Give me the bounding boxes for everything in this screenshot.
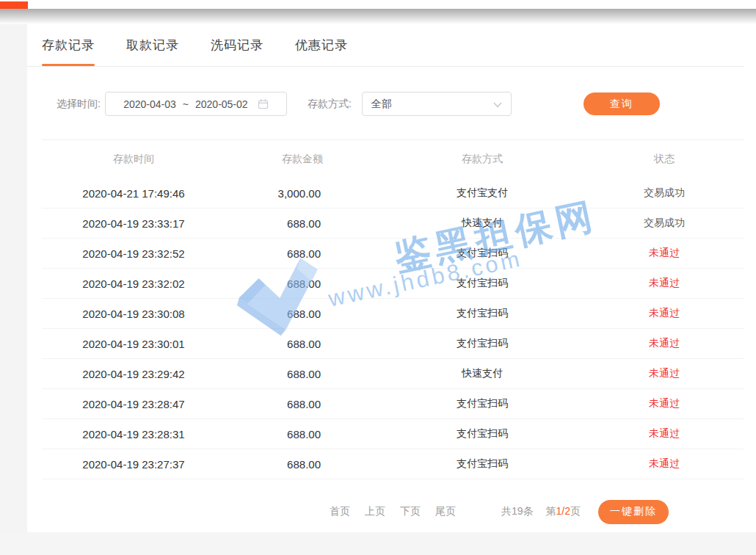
table-row: 2020-04-21 17:49:463,000.00支付宝支付交易成功 (42, 178, 744, 208)
table-body: 2020-04-21 17:49:463,000.00支付宝支付交易成功2020… (42, 178, 744, 479)
chevron-down-icon (493, 98, 502, 110)
cell-method: 支付宝扫码 (379, 337, 585, 350)
cell-time: 2020-04-19 23:33:17 (42, 217, 225, 230)
header-deposit-method: 存款方式 (379, 153, 585, 166)
cell-method: 支付宝扫码 (379, 247, 585, 260)
cell-method: 支付宝扫码 (379, 457, 585, 471)
header-deposit-amount: 存款金额 (225, 153, 379, 166)
cell-status: 未通过 (585, 367, 744, 380)
total-count: 共19条 (501, 505, 534, 518)
cell-time: 2020-04-19 23:30:01 (42, 338, 225, 350)
top-accent-bar (0, 1, 28, 9)
cell-method: 支付宝扫码 (379, 427, 585, 440)
table-header-row: 存款时间 存款金额 存款方式 状态 (42, 140, 744, 178)
page-suffix: 页 (570, 505, 581, 517)
cell-amount: 688.00 (225, 338, 379, 350)
table-row: 2020-04-19 23:28:47688.00支付宝扫码未通过 (42, 389, 744, 419)
cell-time: 2020-04-19 23:28:47 (42, 398, 225, 410)
records-panel: 存款记录取款记录洗码记录优惠记录 选择时间: 2020-04-03 ~ 2020… (27, 24, 744, 524)
cell-status: 未通过 (585, 397, 744, 410)
table-row: 2020-04-19 23:32:52688.00支付宝扫码未通过 (42, 239, 744, 269)
cell-method: 快速支付 (379, 217, 585, 230)
page-link-prev[interactable]: 上页 (365, 505, 385, 518)
page-indicator: 第1/2页 (546, 505, 581, 518)
deposit-method-select[interactable]: 全部 (362, 92, 512, 116)
table-row: 2020-04-19 23:27:37688.00支付宝扫码未通过 (42, 449, 744, 479)
cell-method: 支付宝扫码 (379, 397, 585, 410)
cell-amount: 688.00 (225, 308, 379, 320)
cell-amount: 688.00 (225, 428, 379, 440)
table-row: 2020-04-19 23:30:01688.00支付宝扫码未通过 (42, 329, 744, 359)
pagination-links: 首页上页下页尾页 (330, 505, 470, 518)
table-row: 2020-04-19 23:32:02688.00支付宝扫码未通过 (42, 269, 744, 299)
deposit-records-table: 存款时间 存款金额 存款方式 状态 2020-04-21 17:49:463,0… (42, 140, 744, 479)
bottom-gutter (0, 532, 756, 555)
calendar-icon (258, 98, 269, 109)
page-link-next[interactable]: 下页 (400, 505, 421, 518)
cell-status: 交易成功 (585, 186, 744, 200)
table-row: 2020-04-19 23:28:31688.00支付宝扫码未通过 (42, 419, 744, 449)
cell-amount: 688.00 (225, 217, 379, 230)
cell-time: 2020-04-19 23:28:31 (42, 428, 225, 440)
tab-promo-records[interactable]: 优惠记录 (295, 24, 348, 66)
cell-amount: 688.00 (225, 247, 379, 260)
date-range-separator: ~ (183, 98, 189, 110)
cell-time: 2020-04-19 23:32:02 (42, 278, 225, 290)
table-row: 2020-04-19 23:29:42688.00快速支付未通过 (42, 359, 744, 389)
cell-method: 支付宝支付 (379, 186, 585, 200)
cell-amount: 688.00 (225, 458, 379, 471)
cell-time: 2020-04-21 17:49:46 (42, 187, 225, 200)
cell-amount: 688.00 (225, 368, 379, 380)
page-link-first[interactable]: 首页 (330, 505, 350, 518)
cell-amount: 688.00 (225, 398, 379, 410)
tabs: 存款记录取款记录洗码记录优惠记录 (27, 24, 744, 67)
tab-washcode-records[interactable]: 洗码记录 (211, 24, 263, 66)
page-prefix: 第 (546, 505, 556, 517)
cell-status: 未通过 (585, 277, 744, 290)
date-end-value: 2020-05-02 (195, 98, 248, 110)
cell-status: 未通过 (585, 337, 744, 350)
top-shadow (0, 9, 756, 24)
cell-status: 交易成功 (585, 217, 744, 230)
cell-amount: 3,000.00 (225, 187, 379, 200)
table-row: 2020-04-19 23:33:17688.00快速支付交易成功 (42, 208, 744, 239)
deposit-method-value: 全部 (371, 98, 493, 111)
cell-amount: 688.00 (225, 278, 379, 290)
cell-method: 快速支付 (379, 367, 585, 380)
pagination: 首页上页下页尾页 共19条 第1/2页 一键删除 (330, 499, 744, 524)
page-current: 1/2 (556, 505, 570, 517)
cell-status: 未通过 (585, 247, 744, 260)
page-link-last[interactable]: 尾页 (435, 505, 456, 518)
delete-all-button[interactable]: 一键删除 (598, 500, 669, 524)
filter-row: 选择时间: 2020-04-03 ~ 2020-05-02 存款方式: 全部 (57, 92, 744, 116)
tab-withdraw-records[interactable]: 取款记录 (126, 24, 179, 66)
cell-status: 未通过 (585, 457, 744, 471)
cell-status: 未通过 (585, 427, 744, 440)
cell-method: 支付宝扫码 (379, 307, 585, 320)
method-filter-label: 存款方式: (308, 98, 352, 111)
tab-deposit-records[interactable]: 存款记录 (42, 24, 95, 66)
date-start-value: 2020-04-03 (123, 98, 176, 110)
left-gutter (0, 24, 27, 532)
header-deposit-time: 存款时间 (42, 153, 225, 166)
cell-time: 2020-04-19 23:29:42 (42, 368, 225, 380)
header-status: 状态 (585, 153, 744, 166)
time-filter-label: 选择时间: (57, 98, 101, 111)
date-range-input[interactable]: 2020-04-03 ~ 2020-05-02 (105, 92, 287, 116)
cell-method: 支付宝扫码 (379, 277, 585, 290)
table-row: 2020-04-19 23:30:08688.00支付宝扫码未通过 (42, 299, 744, 329)
cell-time: 2020-04-19 23:27:37 (42, 458, 225, 471)
cell-time: 2020-04-19 23:32:52 (42, 247, 225, 260)
query-button[interactable]: 查询 (584, 92, 660, 115)
cell-status: 未通过 (585, 307, 744, 320)
cell-time: 2020-04-19 23:30:08 (42, 308, 225, 320)
